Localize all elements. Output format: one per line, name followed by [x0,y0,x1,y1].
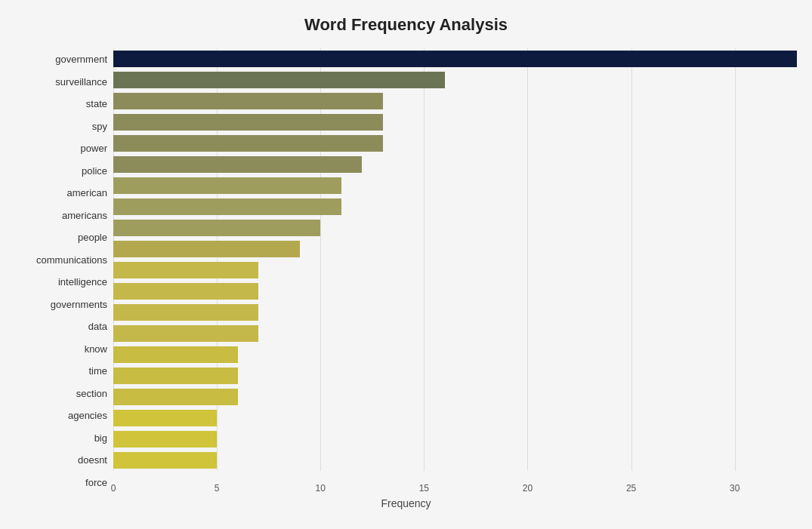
chart-container: Word Frequency Analysis governmentsurvei… [0,0,812,529]
bar-row [113,282,797,300]
bar-row [113,113,797,131]
x-label-container: Frequency [15,494,797,510]
y-label: americans [62,205,107,225]
bar-row [113,240,797,258]
y-label: communications [36,250,107,269]
bar [113,114,383,131]
y-label: state [86,94,107,114]
bar [113,72,445,88]
y-label: know [85,339,107,358]
bar-row [113,388,797,406]
bar [113,241,300,257]
y-label: doesnt [78,451,107,470]
bars-wrapper [113,48,797,471]
x-tick: 10 [316,483,326,494]
bar-row [113,177,797,195]
y-label: spy [92,116,107,136]
bar [113,431,217,447]
bar-row [113,451,797,469]
bar-row [113,198,797,216]
chart-area: governmentsurveillancestatespypowerpolic… [15,48,797,494]
x-tick: 0 [111,483,116,494]
y-label: agencies [68,406,107,426]
bar-row [113,346,797,364]
bar [113,346,238,363]
y-label: surveillance [55,72,107,91]
y-label: data [88,317,107,337]
y-label: power [81,139,107,158]
bar [113,220,320,236]
y-label: big [94,428,107,447]
bar-row [113,219,797,237]
bar-row [113,367,797,385]
bar [113,135,383,152]
y-label: police [82,161,107,180]
y-label: american [67,183,107,203]
bar [113,177,341,194]
bar-row [113,71,797,89]
bar [113,325,258,342]
y-labels: governmentsurveillancestatespypowerpolic… [15,48,113,494]
x-tick: 30 [730,483,739,494]
x-tick: 5 [215,483,220,494]
bar [113,389,238,405]
bar [113,156,362,173]
bar [113,283,258,300]
bar [113,198,341,215]
x-tick: 25 [626,483,636,494]
chart-title: Word Frequency Analysis [15,15,797,35]
y-label: government [55,50,107,69]
bar-row [113,92,797,110]
bar [113,304,258,321]
x-tick: 20 [523,483,533,494]
bar-row [113,261,797,279]
y-label: people [78,228,107,248]
bar-row [113,324,797,343]
bars-area: 051015202530 [113,48,797,494]
bar-row [113,50,797,68]
y-label: governments [51,294,107,314]
bar [113,93,383,109]
y-label: force [85,472,107,492]
bar [113,262,258,278]
bar-row [113,134,797,152]
bar-row [113,303,797,321]
y-label: section [76,383,107,403]
bar [113,410,217,426]
x-axis-label: Frequency [381,497,431,509]
x-axis: 051015202530 [113,471,797,494]
bar [113,368,238,384]
y-label: time [88,361,107,381]
y-label: intelligence [58,272,107,292]
bar-row [113,155,797,174]
bar [113,452,217,469]
x-tick: 15 [419,483,429,494]
bar-row [113,430,797,448]
bar [113,51,797,67]
bar-row [113,409,797,427]
